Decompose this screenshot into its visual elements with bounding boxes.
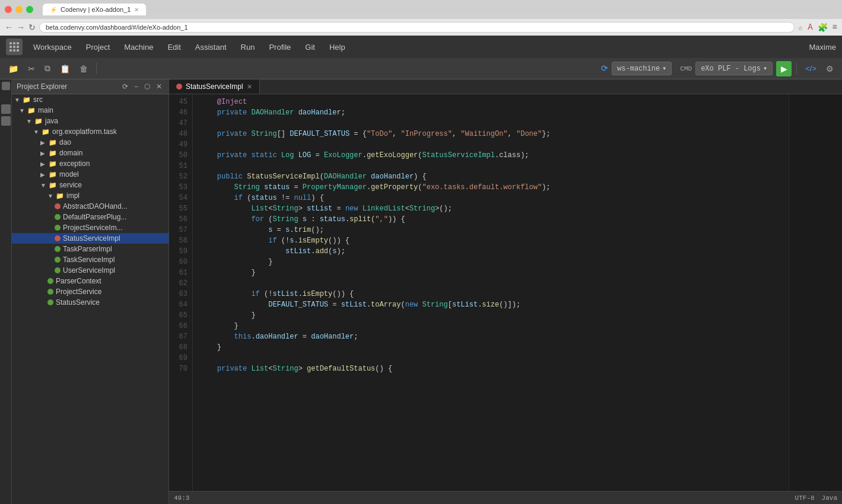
file-status-icon	[55, 246, 61, 252]
code-line: }	[200, 321, 781, 331]
toolbar-delete-btn[interactable]: 🗑	[76, 62, 91, 75]
menu-icon[interactable]: ≡	[833, 23, 837, 33]
code-line: for (String s : status.split(",")) {	[200, 214, 781, 225]
url-bar[interactable]	[39, 22, 795, 33]
tree-item-domain[interactable]: ▶ 📁 domain	[12, 148, 169, 158]
tab-favicon: ⚡	[50, 7, 57, 13]
tree-item-main[interactable]: ▼ 📁 main	[12, 105, 169, 116]
panel-link-btn[interactable]: ⬡	[142, 82, 152, 91]
tree-label: DefaultParserPlug...	[63, 213, 126, 221]
tree-item-model[interactable]: ▶ 📁 model	[12, 169, 169, 180]
ws-machine-select[interactable]: ws-machine ▾	[612, 62, 672, 75]
left-sidebar-icon-3[interactable]	[1, 116, 11, 126]
file-tree: ▼ 📁 src ▼ 📁 main ▼ 📁 java ▼ 📁 org.exopla…	[12, 94, 169, 504]
app-grid-icon[interactable]	[6, 39, 23, 55]
menu-assistant[interactable]: Assistant	[189, 40, 233, 54]
left-sidebar-icon-1[interactable]	[2, 82, 10, 90]
tab-close-btn[interactable]: ✕	[134, 7, 139, 13]
run-label: eXo PLF - Logs	[701, 65, 761, 73]
menu-run[interactable]: Run	[235, 40, 261, 54]
main-toolbar: 📁 ✂ ⧉ 📋 🗑 ⟳ ws-machine ▾ CMD eXo PLF - L…	[0, 58, 842, 79]
menu-project[interactable]: Project	[80, 40, 116, 54]
folder-icon: 📁	[42, 128, 50, 136]
run-select[interactable]: eXo PLF - Logs ▾	[695, 62, 773, 75]
ws-machine-dropdown-icon: ▾	[662, 64, 666, 73]
tree-item-abstractdao[interactable]: AbstractDAOHand...	[12, 201, 169, 212]
code-line: List<String> stList = new LinkedList<Str…	[200, 203, 781, 214]
code-area[interactable]: 4546474849 5051525354 5556575859 6061626…	[169, 94, 842, 491]
tree-item-taskservice[interactable]: TaskServiceImpl	[12, 254, 169, 265]
toolbar-folder-btn[interactable]: 📁	[5, 62, 22, 75]
code-line: @Inject	[200, 97, 781, 107]
tab-close-btn[interactable]: ✕	[247, 83, 252, 91]
panel-collapse-btn[interactable]: −	[132, 82, 140, 91]
tree-item-impl[interactable]: ▼ 📁 impl	[12, 190, 169, 201]
toolbar-code-btn[interactable]: </>	[802, 62, 820, 75]
menu-workspace[interactable]: Workspace	[27, 40, 78, 54]
editor-tab-statusservice[interactable]: StatusServiceImpl ✕	[169, 79, 260, 94]
tree-item-parsercontext[interactable]: ParserContext	[12, 276, 169, 286]
menu-machine[interactable]: Machine	[118, 40, 159, 54]
tree-item-projectservice[interactable]: ProjectServiceIm...	[12, 222, 169, 233]
panel-close-btn[interactable]: ✕	[154, 82, 164, 91]
toolbar-settings-btn[interactable]: ⚙	[822, 62, 837, 75]
tree-item-defaultparser[interactable]: DefaultParserPlug...	[12, 212, 169, 222]
browser-tab[interactable]: ⚡ Codenvy | eXo-addon_1 ✕	[43, 4, 146, 15]
menu-help[interactable]: Help	[323, 40, 351, 54]
tree-item-exception[interactable]: ▶ 📁 exception	[12, 158, 169, 169]
tree-item-service[interactable]: ▼ 📁 service	[12, 180, 169, 190]
run-play-btn[interactable]: ▶	[776, 61, 792, 76]
encoding-label: UTF-8	[795, 495, 815, 502]
tree-label: domain	[59, 149, 82, 157]
ws-machine-label: ws-machine	[617, 65, 660, 73]
run-dropdown-icon: ▾	[763, 64, 767, 73]
tree-item-java[interactable]: ▼ 📁 java	[12, 116, 169, 126]
code-line: }	[200, 310, 781, 321]
nav-forward-btn[interactable]: →	[17, 23, 25, 32]
window-minimize-btn[interactable]	[15, 6, 23, 13]
tree-label: ProjectServiceIm...	[63, 224, 123, 232]
folder-icon: 📁	[23, 96, 31, 104]
cursor-position: 49:3	[174, 495, 189, 502]
bookmark-icon[interactable]: ☆	[798, 23, 803, 33]
tree-item-statusservice2[interactable]: StatusService	[12, 297, 169, 308]
panel-refresh-btn[interactable]: ⟳	[120, 82, 130, 91]
tree-item-projectservice2[interactable]: ProjectService	[12, 286, 169, 297]
tree-label: dao	[59, 138, 71, 146]
browser-top-bar: ⚡ Codenvy | eXo-addon_1 ✕	[0, 0, 842, 19]
menu-edit[interactable]: Edit	[161, 40, 186, 54]
tab-title: Codenvy | eXo-addon_1	[61, 6, 131, 13]
nav-refresh-btn[interactable]: ↻	[28, 23, 36, 32]
editor-status-bar: 49:3 UTF-8 Java	[169, 491, 842, 504]
tree-item-dao[interactable]: ▶ 📁 dao	[12, 137, 169, 148]
window-maximize-btn[interactable]	[26, 6, 33, 13]
arrow-icon: ▼	[19, 107, 25, 114]
tree-item-src[interactable]: ▼ 📁 src	[12, 94, 169, 105]
main-layout: Project Explorer ⟳ − ⬡ ✕ ▼ 📁 src ▼ 📁 mai…	[0, 79, 842, 504]
code-content[interactable]: @Inject private DAOHandler daoHandler; p…	[193, 94, 789, 491]
folder-icon: 📁	[49, 160, 57, 168]
tree-label: java	[45, 117, 58, 125]
folder-icon: 📁	[27, 107, 36, 114]
code-line: DEFAULT_STATUS = stList.toArray(new Stri…	[200, 299, 781, 310]
toolbar-paste-btn[interactable]: 📋	[56, 62, 74, 75]
left-sidebar-icon-2[interactable]	[1, 104, 11, 114]
tree-item-taskparser[interactable]: TaskParserImpl	[12, 244, 169, 254]
extensions-icon[interactable]: 🧩	[818, 23, 828, 33]
arrow-icon: ▼	[14, 97, 20, 103]
arrow-icon: ▶	[40, 171, 46, 178]
tree-item-statusservice[interactable]: StatusServiceImpl	[12, 233, 169, 244]
menu-profile[interactable]: Profile	[263, 40, 297, 54]
menu-git[interactable]: Git	[299, 40, 321, 54]
file-status-icon	[55, 267, 61, 273]
window-close-btn[interactable]	[5, 6, 12, 13]
toolbar-copy-btn[interactable]: ⧉	[41, 62, 54, 75]
code-line: private List<String> getDefaultStatus() …	[200, 363, 781, 374]
nav-back-btn[interactable]: ←	[5, 23, 13, 32]
tree-item-userservice[interactable]: UserServiceImpl	[12, 265, 169, 276]
line-numbers: 4546474849 5051525354 5556575859 6061626…	[169, 94, 193, 491]
font-icon[interactable]: A	[808, 23, 812, 33]
toolbar-cut-btn[interactable]: ✂	[24, 62, 39, 75]
tree-item-org[interactable]: ▼ 📁 org.exoplatform.task	[12, 126, 169, 137]
file-status-icon	[47, 289, 53, 295]
